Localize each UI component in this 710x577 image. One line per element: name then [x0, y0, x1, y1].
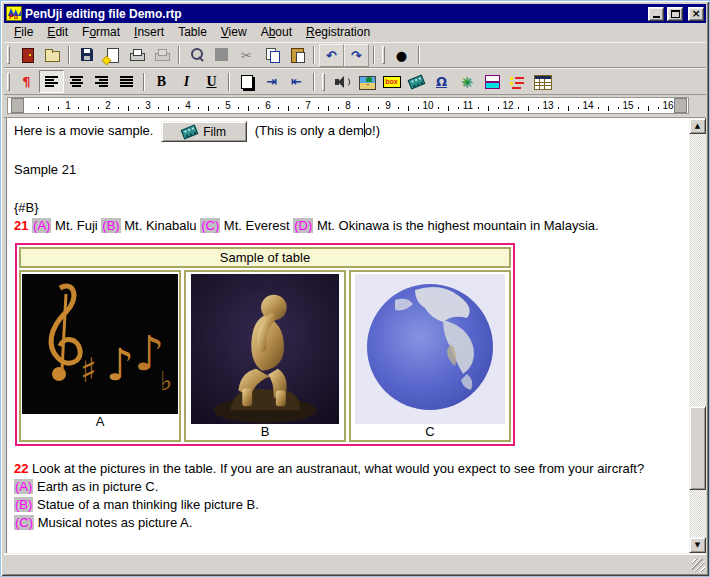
app-window: PenUji editing file Demo.rtp × FileEditF…: [0, 0, 710, 577]
list-icon: [509, 74, 525, 90]
scroll-up-button[interactable]: ▲: [689, 118, 706, 134]
document-area: Here is a movie sample. Film (This is on…: [4, 117, 706, 553]
ruler-margin-box-left[interactable]: [11, 98, 24, 113]
vertical-scrollbar[interactable]: ▲ ▼: [689, 118, 706, 553]
window-title: PenUji editing file Demo.rtp: [25, 7, 645, 21]
toolbar-separator: [313, 46, 315, 64]
insert-frames-button[interactable]: [479, 70, 504, 93]
minimize-button[interactable]: [648, 7, 664, 21]
q22-option-a: (A) Earth as in picture C.: [14, 478, 685, 496]
earth-globe-image[interactable]: [355, 274, 505, 424]
q22-option-c: (C) Musical notes as picture A.: [14, 514, 685, 532]
save-button[interactable]: [74, 44, 99, 67]
page-icon: [239, 74, 255, 90]
indent-increase-button[interactable]: ⇥: [259, 70, 284, 93]
table-grid-icon: [534, 74, 550, 90]
paste-clipboard-icon: [289, 47, 305, 63]
resize-grip[interactable]: [692, 559, 705, 572]
undo-arrow-icon: ↶: [326, 49, 337, 62]
toolbar-grip[interactable]: [7, 46, 10, 64]
menu-item-view[interactable]: View: [214, 24, 254, 41]
align-center-button[interactable]: [64, 70, 89, 93]
insert-table-button[interactable]: [529, 70, 554, 93]
italic-button[interactable]: I: [174, 70, 199, 93]
speaker-icon: [334, 74, 350, 90]
menu-item-insert[interactable]: Insert: [127, 24, 171, 41]
thinker-statue-image[interactable]: [190, 274, 340, 424]
music-notes-image[interactable]: ♯ ♪ ♪ ♭: [22, 274, 178, 414]
toolbar-grip[interactable]: [7, 73, 10, 91]
toolbar-grip[interactable]: [322, 73, 325, 91]
app-icon[interactable]: [6, 6, 22, 21]
scrollbar-thumb[interactable]: [689, 406, 706, 490]
align-left-icon: [45, 76, 58, 87]
sample-table-title: Sample of table: [19, 247, 511, 268]
justify-button[interactable]: [114, 70, 139, 93]
sample-table-cells: ♯ ♪ ♪ ♭ A: [19, 270, 511, 442]
film-button[interactable]: Film: [161, 121, 247, 142]
copy-button[interactable]: [259, 44, 284, 67]
toolbar-separator: [228, 73, 230, 91]
list-options-button[interactable]: [504, 70, 529, 93]
question-21: 21 (A) Mt. Fuji (B) Mt. Kinabalu (C) Mt.…: [14, 217, 685, 235]
table-cell-label: A: [96, 414, 105, 430]
new-document-button[interactable]: [99, 44, 124, 67]
q22-option-b: (B) Statue of a man thinking like pictur…: [14, 496, 685, 514]
toolbar-separator: [313, 73, 315, 91]
question-number: 21: [14, 218, 28, 233]
page-setup-button[interactable]: [234, 70, 259, 93]
align-left-button[interactable]: [39, 70, 64, 93]
menu-item-file[interactable]: File: [7, 24, 40, 41]
svg-text:♯: ♯: [80, 350, 96, 390]
new-page-icon: [104, 47, 120, 63]
insert-shape-button[interactable]: ✳: [454, 70, 479, 93]
indent-decrease-button[interactable]: ⇤: [284, 70, 309, 93]
zoom-button[interactable]: [184, 44, 209, 67]
sample-table[interactable]: Sample of table ♯ ♪ ♪ ♭: [15, 243, 515, 446]
picture-icon: [359, 74, 375, 90]
open-folder-icon: [44, 47, 60, 63]
redo-button[interactable]: ↷: [344, 44, 369, 67]
record-button[interactable]: ●: [389, 44, 414, 67]
insert-movie-button[interactable]: [404, 70, 429, 93]
ruler[interactable]: 12345678910111213141516: [7, 97, 689, 114]
open-button[interactable]: [39, 44, 64, 67]
underline-icon: U: [206, 74, 216, 90]
document-page[interactable]: Here is a movie sample. Film (This is on…: [4, 118, 689, 553]
insert-sound-button[interactable]: [329, 70, 354, 93]
toolbar-grip[interactable]: [382, 46, 385, 64]
exit-button[interactable]: [14, 44, 39, 67]
align-right-button[interactable]: [89, 70, 114, 93]
starburst-icon: ✳: [461, 74, 473, 90]
insert-picture-button[interactable]: [354, 70, 379, 93]
close-button[interactable]: ×: [688, 7, 704, 21]
bold-button[interactable]: B: [149, 70, 174, 93]
insert-textbox-button[interactable]: box: [379, 70, 404, 93]
underline-button[interactable]: U: [199, 70, 224, 93]
insert-symbol-button[interactable]: Ω: [429, 70, 454, 93]
menu-item-registration[interactable]: Registration: [299, 24, 377, 41]
print-button[interactable]: [124, 44, 149, 67]
toolbar-separator: [178, 46, 180, 64]
svg-text:♪: ♪: [106, 339, 134, 390]
menu-item-edit[interactable]: Edit: [40, 24, 75, 41]
menu-item-table[interactable]: Table: [171, 24, 214, 41]
titlebar[interactable]: PenUji editing file Demo.rtp ×: [4, 4, 706, 23]
ruler-margin-box-right[interactable]: [674, 98, 687, 113]
table-cell-a: ♯ ♪ ♪ ♭ A: [19, 270, 181, 442]
table-cell-label: C: [425, 424, 434, 440]
scroll-down-button[interactable]: ▼: [689, 537, 706, 553]
maximize-button[interactable]: [667, 7, 683, 21]
menu-item-format[interactable]: Format: [75, 24, 127, 41]
sample-heading: Sample 21: [14, 161, 685, 179]
film-button-label: Film: [203, 123, 226, 141]
menu-item-about[interactable]: About: [254, 24, 299, 41]
undo-button[interactable]: ↶: [319, 44, 344, 67]
paragraph-mark-button[interactable]: ¶: [14, 70, 39, 93]
movie-sample-line: Here is a movie sample. Film (This is on…: [14, 121, 685, 142]
record-dot-icon: ●: [396, 49, 407, 62]
film-button-icon: [181, 124, 199, 139]
ruler-row: 12345678910111213141516: [4, 95, 706, 117]
paste-button[interactable]: [284, 44, 309, 67]
status-bar: [4, 553, 706, 573]
